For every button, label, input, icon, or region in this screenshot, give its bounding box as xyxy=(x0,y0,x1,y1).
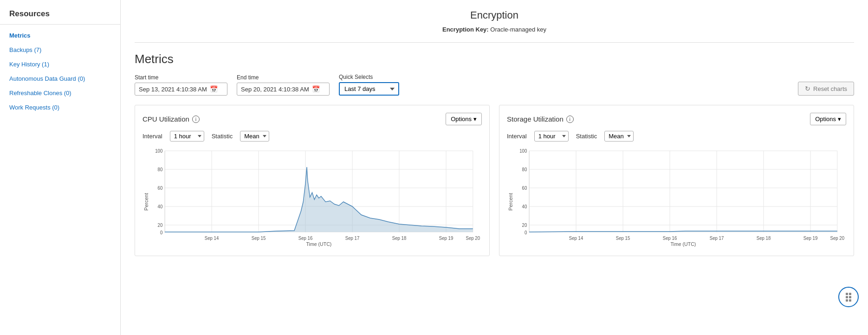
start-time-calendar-icon[interactable]: 📅 xyxy=(210,85,218,93)
start-time-input[interactable]: Sep 13, 2021 4:10:38 AM 📅 xyxy=(135,83,227,96)
cpu-utilization-panel: CPU Utilization i Options ▾ Interval 1 h… xyxy=(135,105,490,256)
start-time-label: Start time xyxy=(135,74,227,81)
svg-text:Sep 20: Sep 20 xyxy=(466,236,480,241)
svg-text:40: 40 xyxy=(522,204,527,209)
start-time-value: Sep 13, 2021 4:10:38 AM xyxy=(139,86,207,93)
sidebar-item-adg[interactable]: Autonomous Data Guard (0) xyxy=(0,71,120,86)
charts-row: CPU Utilization i Options ▾ Interval 1 h… xyxy=(135,105,854,256)
sidebar-item-work-requests[interactable]: Work Requests (0) xyxy=(0,100,120,115)
reset-charts-label: Reset charts xyxy=(813,85,847,92)
storage-options-chevron-icon: ▾ xyxy=(838,116,841,122)
cpu-options-chevron-icon: ▾ xyxy=(473,116,477,122)
svg-text:Sep 19: Sep 19 xyxy=(439,236,453,241)
controls-bar: Start time Sep 13, 2021 4:10:38 AM 📅 End… xyxy=(135,74,854,96)
quick-selects-dropdown[interactable]: Last hour Last 24 hours Last 7 days Last… xyxy=(339,82,399,96)
start-time-group: Start time Sep 13, 2021 4:10:38 AM 📅 xyxy=(135,74,227,96)
end-time-value: Sep 20, 2021 4:10:38 AM xyxy=(241,86,309,93)
sidebar-item-metrics[interactable]: Metrics xyxy=(0,28,120,43)
main-content: Encryption Encryption Key: Oracle-manage… xyxy=(121,0,868,335)
storage-info-icon[interactable]: i xyxy=(566,116,574,123)
refresh-icon: ↻ xyxy=(805,85,810,92)
end-time-calendar-icon[interactable]: 📅 xyxy=(312,85,320,93)
storage-utilization-panel: Storage Utilization i Options ▾ Interval… xyxy=(499,105,854,256)
storage-statistic-dropdown[interactable]: Mean Max Min xyxy=(604,131,634,142)
reset-charts-button[interactable]: ↻ Reset charts xyxy=(798,82,854,96)
end-time-input[interactable]: Sep 20, 2021 4:10:38 AM 📅 xyxy=(237,83,330,96)
encryption-title: Encryption xyxy=(144,9,845,21)
cpu-chart-area: Percent 100 80 60 40 20 xyxy=(143,146,482,248)
quick-selects-group: Quick Selects Last hour Last 24 hours La… xyxy=(339,74,399,96)
encryption-key: Encryption Key: Oracle-managed key xyxy=(144,26,845,33)
svg-text:Sep 15: Sep 15 xyxy=(616,236,630,241)
storage-chart-area: Percent 100 80 60 40 20 xyxy=(507,146,846,248)
svg-text:80: 80 xyxy=(522,167,527,172)
cpu-options-label: Options xyxy=(451,116,472,122)
cpu-interval-label: Interval xyxy=(143,133,162,140)
storage-chart-header: Storage Utilization i Options ▾ xyxy=(507,113,846,125)
svg-text:Sep 17: Sep 17 xyxy=(710,236,724,241)
svg-text:Sep 16: Sep 16 xyxy=(298,236,313,241)
metrics-title: Metrics xyxy=(135,52,854,66)
cpu-chart-header: CPU Utilization i Options ▾ xyxy=(143,113,482,125)
quick-selects-label: Quick Selects xyxy=(339,74,399,80)
storage-chart-controls: Interval 1 hour 6 hours 1 day Statistic … xyxy=(507,131,846,142)
svg-text:Sep 19: Sep 19 xyxy=(803,236,817,241)
storage-interval-dropdown[interactable]: 1 hour 6 hours 1 day xyxy=(534,131,569,142)
svg-text:20: 20 xyxy=(522,223,527,228)
svg-text:Sep 16: Sep 16 xyxy=(663,236,677,241)
svg-text:20: 20 xyxy=(158,223,163,228)
svg-text:60: 60 xyxy=(158,186,163,191)
svg-text:Sep 18: Sep 18 xyxy=(392,236,407,241)
svg-text:Sep 18: Sep 18 xyxy=(757,236,771,241)
sidebar-title: Resources xyxy=(0,9,120,25)
sidebar-item-backups[interactable]: Backups (7) xyxy=(0,43,120,57)
svg-text:Time (UTC): Time (UTC) xyxy=(306,241,332,247)
storage-chart-title: Storage Utilization i xyxy=(507,115,574,123)
cpu-options-button[interactable]: Options ▾ xyxy=(446,113,482,125)
cpu-statistic-dropdown[interactable]: Mean Max Min xyxy=(240,131,269,142)
svg-text:80: 80 xyxy=(158,167,163,172)
cpu-chart-title: CPU Utilization i xyxy=(143,115,200,123)
sidebar-item-clones[interactable]: Refreshable Clones (0) xyxy=(0,86,120,100)
storage-chart-svg: Percent 100 80 60 40 20 xyxy=(507,146,846,248)
svg-text:100: 100 xyxy=(155,148,163,154)
svg-text:Sep 20: Sep 20 xyxy=(830,236,845,241)
cpu-info-icon[interactable]: i xyxy=(192,116,200,123)
cpu-chart-controls: Interval 1 hour 6 hours 1 day Statistic … xyxy=(143,131,482,142)
storage-interval-label: Interval xyxy=(507,133,527,140)
end-time-label: End time xyxy=(237,74,330,81)
svg-text:Sep 15: Sep 15 xyxy=(252,236,266,241)
cpu-interval-dropdown[interactable]: 1 hour 6 hours 1 day xyxy=(170,131,204,142)
svg-text:100: 100 xyxy=(519,148,527,154)
sidebar: Resources Metrics Backups (7) Key Histor… xyxy=(0,0,121,335)
svg-text:Time (UTC): Time (UTC) xyxy=(671,241,696,247)
encryption-key-value: Oracle-managed key xyxy=(490,26,546,33)
svg-text:Percent: Percent xyxy=(508,193,513,211)
storage-options-label: Options xyxy=(815,116,836,122)
help-button[interactable] xyxy=(838,287,859,307)
svg-text:Percent: Percent xyxy=(143,193,149,211)
svg-text:40: 40 xyxy=(158,204,163,209)
svg-text:Sep 14: Sep 14 xyxy=(205,236,219,241)
quick-selects-container: Last hour Last 24 hours Last 7 days Last… xyxy=(339,82,399,96)
sidebar-item-key-history[interactable]: Key History (1) xyxy=(0,57,120,71)
cpu-statistic-label: Statistic xyxy=(212,133,233,140)
svg-text:Sep 17: Sep 17 xyxy=(345,236,359,241)
help-icon xyxy=(846,293,851,302)
sidebar-nav: Metrics Backups (7) Key History (1) Auto… xyxy=(0,25,120,115)
encryption-key-label: Encryption Key: xyxy=(442,26,489,33)
svg-text:0: 0 xyxy=(525,230,527,235)
cpu-chart-svg: Percent 100 80 60 40 20 xyxy=(143,146,482,248)
storage-options-button[interactable]: Options ▾ xyxy=(810,113,846,125)
encryption-section: Encryption Encryption Key: Oracle-manage… xyxy=(135,0,854,43)
svg-text:0: 0 xyxy=(160,230,163,235)
end-time-group: End time Sep 20, 2021 4:10:38 AM 📅 xyxy=(237,74,330,96)
storage-statistic-label: Statistic xyxy=(576,133,597,140)
svg-text:Sep 14: Sep 14 xyxy=(569,236,583,241)
svg-text:60: 60 xyxy=(522,186,527,191)
